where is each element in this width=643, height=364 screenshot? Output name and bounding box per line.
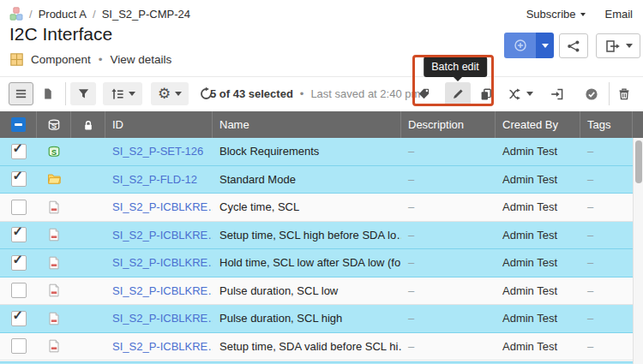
breadcrumb-project-link[interactable]: Product A — [39, 8, 87, 21]
filter-button[interactable] — [70, 82, 96, 105]
item-id-link[interactable]: SI_S2_P-FLD-12 — [105, 166, 213, 194]
row-checkbox[interactable]: ✓ — [11, 338, 27, 354]
row-checkbox[interactable]: ✓ — [11, 144, 27, 159]
item-description: – — [401, 194, 496, 221]
table-row[interactable]: ✓ S SI_S2_P-ICBLKRE — [0, 194, 633, 222]
requirement-icon — [47, 283, 61, 297]
row-checkbox-cell: ✓ — [0, 138, 37, 165]
item-id-link[interactable]: SI_S2_P-SET-126 — [105, 138, 213, 165]
add-item-caret[interactable] — [536, 33, 554, 58]
email-link[interactable]: Email — [604, 8, 633, 21]
trash-icon — [617, 87, 631, 101]
project-home-icon[interactable] — [9, 7, 23, 21]
batch-tag-button[interactable] — [412, 82, 436, 105]
item-id-link[interactable]: SI_S2_P-ICBLKRE… — [105, 305, 213, 332]
column-header-tags[interactable]: Tags — [580, 111, 633, 138]
item-description: – — [401, 333, 496, 361]
item-name: Cycle time, SCL — [213, 194, 401, 221]
checkmark-icon: ✓ — [13, 168, 24, 183]
selected-count: 5 of 43 selected — [210, 87, 293, 100]
item-tags: – — [580, 277, 633, 305]
row-checkbox[interactable]: ✓ — [11, 171, 27, 187]
subscribe-menu[interactable]: Subscribe — [526, 8, 586, 21]
row-checkbox-cell: ✓ — [0, 249, 37, 277]
item-type-column-header[interactable]: S — [37, 111, 71, 138]
list-view-button[interactable] — [9, 82, 33, 105]
add-item-split-button[interactable] — [504, 33, 554, 58]
item-name: Block Requirements — [213, 138, 401, 165]
relationships-button[interactable] — [559, 33, 588, 58]
row-checkbox[interactable]: ✓ — [11, 200, 27, 215]
item-id-link[interactable]: SI_S2_P-ICBLKRE… — [105, 333, 213, 361]
item-type-cell: S — [37, 333, 71, 361]
bullet-separator: • — [99, 53, 103, 66]
item-name: Standard Mode — [213, 166, 401, 194]
checkbox-indeterminate[interactable] — [11, 117, 26, 132]
column-header-created-by[interactable]: Created By — [496, 111, 580, 138]
document-view-button[interactable] — [35, 82, 60, 105]
list-toolbar: ⚙ 5 of 43 selected • Last saved at 2:40 … — [0, 81, 643, 108]
item-tags: – — [580, 222, 633, 249]
filter-funnel-icon — [77, 87, 90, 100]
last-saved: Last saved at 2:40 pm — [310, 87, 420, 100]
table-row[interactable]: ✓ S SI_S2_P-ICBLKRE — [0, 277, 633, 306]
item-created-by: Admin Test — [496, 222, 580, 249]
table-row[interactable]: ✓ S SI_S2_P-ICBLKRE — [0, 333, 633, 361]
row-checkbox-cell: ✓ — [0, 166, 37, 194]
batch-edit-button[interactable] — [445, 82, 471, 105]
item-id-link[interactable]: SI_S2_P-ICBLKRE… — [105, 277, 213, 305]
vertical-scrollbar[interactable] — [633, 138, 643, 364]
scrollbar-thumb[interactable] — [635, 140, 642, 183]
table-row[interactable]: ✓ S SI_S2_P-FLD-12 — [0, 166, 633, 194]
shuffle-icon — [508, 87, 522, 101]
row-checkbox-cell: ✓ — [0, 277, 37, 305]
column-header-name[interactable]: Name — [213, 111, 401, 138]
checkmark-icon: ✓ — [13, 252, 24, 267]
caret-down-icon — [580, 13, 586, 16]
item-created-by: Admin Test — [496, 138, 580, 165]
row-checkbox-cell: ✓ — [0, 305, 37, 332]
table-row[interactable]: ✓ S SI_S2_P-ICBLKRE — [0, 249, 633, 277]
toolbar-divider — [65, 82, 66, 105]
item-id-link[interactable]: SI_S2_P-ICBLKRE… — [105, 249, 213, 277]
reorder-button[interactable] — [501, 82, 540, 105]
column-header-id[interactable]: ID — [105, 111, 213, 138]
table-row[interactable]: ✓ S SI_S2_P-ICBLKRE — [0, 222, 633, 250]
item-tags: – — [580, 249, 633, 277]
column-header-description[interactable]: Description — [401, 111, 496, 138]
row-display-button[interactable] — [103, 82, 142, 105]
item-description: – — [401, 305, 496, 332]
export-button[interactable] — [596, 33, 640, 58]
table-row[interactable]: ✓ S SI_S2_P-ICBLKRE — [0, 305, 633, 333]
item-created-by: Admin Test — [496, 305, 580, 332]
delete-button[interactable] — [612, 82, 636, 105]
status-separator: • — [300, 87, 304, 100]
move-items-button[interactable] — [545, 82, 569, 105]
tag-icon — [418, 87, 430, 100]
item-id-link[interactable]: SI_S2_P-ICBLKRE… — [105, 194, 213, 221]
lock-icon — [82, 119, 94, 131]
row-checkbox[interactable]: ✓ — [11, 283, 27, 298]
add-item-button[interactable] — [504, 33, 536, 58]
top-right-links: Subscribe Email — [526, 8, 633, 21]
breadcrumb: / Product A / SI_S2_P-CMP-24 — [9, 7, 190, 21]
requirement-icon — [47, 339, 61, 353]
item-tags: – — [580, 138, 633, 165]
lock-column-header[interactable] — [71, 111, 105, 138]
send-for-review-button[interactable] — [580, 82, 604, 105]
item-description: – — [401, 166, 496, 194]
settings-button[interactable]: ⚙ — [151, 82, 189, 105]
gear-icon: ⚙ — [158, 87, 171, 101]
batch-duplicate-button[interactable] — [474, 82, 498, 105]
view-details-link[interactable]: View details — [111, 53, 172, 66]
row-checkbox[interactable]: ✓ — [11, 227, 27, 242]
item-id-link[interactable]: SI_S2_P-ICBLKRE… — [105, 222, 213, 249]
select-all-header[interactable] — [0, 111, 37, 138]
item-type-cell: S — [37, 222, 71, 249]
breadcrumb-item-link[interactable]: SI_S2_P-CMP-24 — [102, 8, 190, 21]
row-checkbox[interactable]: ✓ — [11, 255, 27, 271]
table-row[interactable]: ✓ S SI_S2_P-SET-126 — [0, 138, 633, 166]
item-description: – — [401, 277, 496, 305]
table-body: ✓ S SI_S2_P-SET-126 — [0, 138, 633, 361]
row-checkbox[interactable]: ✓ — [11, 311, 27, 326]
